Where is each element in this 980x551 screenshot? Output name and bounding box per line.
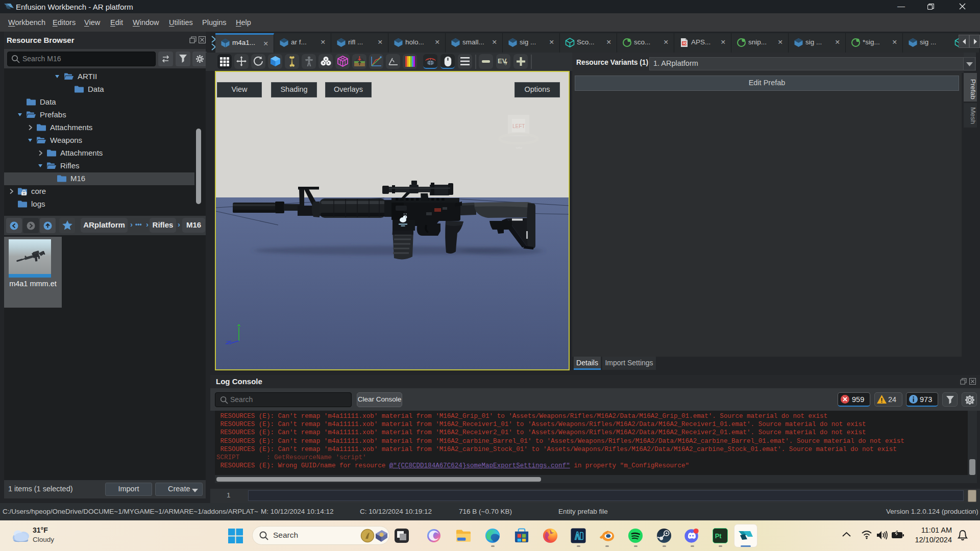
svg-text:LEFT: LEFT xyxy=(512,123,525,129)
svg-text:Pt: Pt xyxy=(715,533,722,540)
